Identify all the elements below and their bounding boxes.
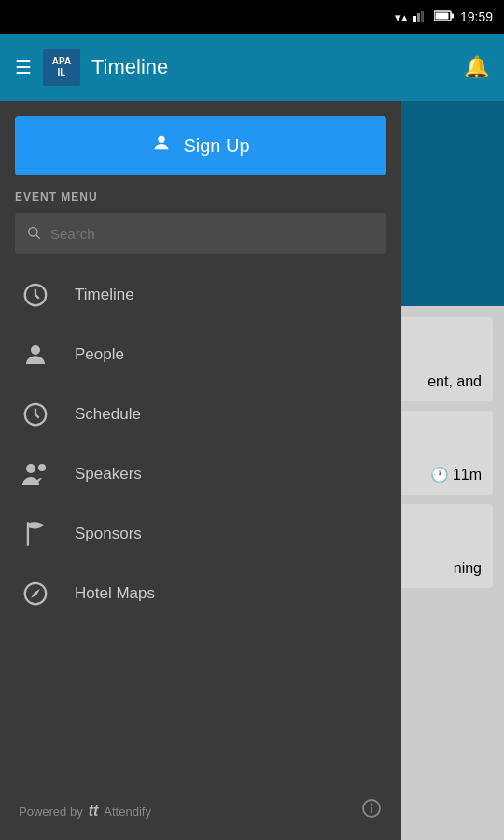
svg-rect-4 xyxy=(451,13,454,18)
signal-icon xyxy=(413,9,428,25)
search-icon xyxy=(26,225,41,243)
main-area: IL ent, and 🕐 11m ning xyxy=(0,101,504,840)
people-icon xyxy=(19,338,52,371)
attendify-brand: Attendify xyxy=(104,805,151,819)
bg-card-2-content: 🕐 11m xyxy=(430,466,482,483)
app-bar: ☰ APA IL Timeline 🔔 xyxy=(0,34,504,101)
flag-icon xyxy=(19,517,52,551)
svg-rect-0 xyxy=(413,16,416,22)
wifi-icon: ▾▴ xyxy=(395,10,408,24)
svg-point-10 xyxy=(31,345,40,355)
clock-icon-small: 🕐 xyxy=(430,466,449,483)
app-logo-text: APA IL xyxy=(52,56,71,78)
search-bar[interactable] xyxy=(15,213,386,254)
svg-rect-5 xyxy=(435,12,448,19)
app-title: Timeline xyxy=(91,55,453,79)
app-logo: APA IL xyxy=(43,49,80,86)
svg-point-13 xyxy=(38,464,46,471)
svg-point-7 xyxy=(29,227,37,235)
schedule-icon xyxy=(19,398,52,431)
svg-marker-16 xyxy=(31,589,40,598)
info-icon[interactable] xyxy=(360,797,383,825)
signup-label: Sign Up xyxy=(183,135,249,157)
drawer: Sign Up EVENT MENU xyxy=(0,101,401,840)
bg-card-1-text: ent, and xyxy=(427,373,482,390)
powered-text: Powered by xyxy=(19,805,83,819)
powered-by: Powered by tt Attendify xyxy=(19,803,151,819)
menu-items: Timeline People xyxy=(0,265,401,782)
sidebar-item-timeline[interactable]: Timeline xyxy=(0,265,401,325)
signup-button[interactable]: Sign Up xyxy=(15,116,386,175)
people-label: People xyxy=(75,345,124,364)
svg-rect-2 xyxy=(421,11,424,22)
speakers-label: Speakers xyxy=(75,465,142,483)
bg-card-3-text: ning xyxy=(454,560,482,577)
sidebar-item-schedule[interactable]: Schedule xyxy=(0,385,401,444)
drawer-footer: Powered by tt Attendify xyxy=(0,782,401,840)
bell-icon[interactable]: 🔔 xyxy=(464,55,489,79)
timeline-label: Timeline xyxy=(75,286,134,304)
svg-line-8 xyxy=(36,235,40,239)
hotel-maps-label: Hotel Maps xyxy=(75,584,155,603)
svg-rect-14 xyxy=(27,522,29,545)
speakers-icon xyxy=(19,457,52,491)
sidebar-item-sponsors[interactable]: Sponsors xyxy=(0,504,401,564)
clock-icon xyxy=(19,278,52,312)
svg-point-12 xyxy=(26,464,35,473)
hamburger-icon[interactable]: ☰ xyxy=(15,56,32,78)
status-bar: ▾▴ 19:59 xyxy=(0,0,504,34)
schedule-label: Schedule xyxy=(75,405,141,424)
svg-point-6 xyxy=(159,136,165,143)
person-icon xyxy=(151,133,172,159)
sidebar-item-hotel-maps[interactable]: Hotel Maps xyxy=(0,564,401,623)
search-input[interactable] xyxy=(50,226,375,242)
battery-icon xyxy=(434,10,455,24)
compass-icon xyxy=(19,577,52,610)
sidebar-item-people[interactable]: People xyxy=(0,325,401,385)
svg-rect-1 xyxy=(417,13,420,22)
attendify-logo-icon: tt xyxy=(89,803,99,819)
status-time: 19:59 xyxy=(460,9,493,24)
sponsors-label: Sponsors xyxy=(75,525,142,543)
event-menu-label: EVENT MENU xyxy=(0,190,401,213)
sidebar-item-speakers[interactable]: Speakers xyxy=(0,444,401,504)
status-icons: ▾▴ 19:59 xyxy=(395,9,493,25)
bg-card-2-time: 11m xyxy=(453,467,482,483)
